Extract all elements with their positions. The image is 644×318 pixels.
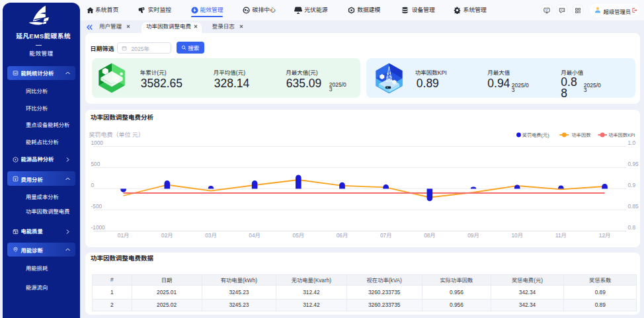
svg-text:1000: 1000 bbox=[91, 139, 103, 146]
svg-text:-1000: -1000 bbox=[91, 224, 105, 231]
svg-text:05月: 05月 bbox=[292, 232, 304, 239]
svg-text:11月: 11月 bbox=[555, 232, 566, 239]
svg-text:500: 500 bbox=[91, 161, 100, 167]
svg-text:功率因数KPI: 功率因数KPI bbox=[608, 132, 635, 138]
svg-text:03月: 03月 bbox=[205, 232, 217, 239]
svg-text:02月: 02月 bbox=[161, 232, 173, 239]
svg-text:1.0: 1.0 bbox=[627, 139, 635, 146]
svg-text:10月: 10月 bbox=[511, 232, 523, 239]
svg-text:06月: 06月 bbox=[336, 232, 348, 239]
svg-text:-500: -500 bbox=[91, 203, 102, 210]
svg-text:09月: 09月 bbox=[467, 232, 479, 239]
svg-text:08月: 08月 bbox=[424, 232, 436, 239]
svg-text:0.9: 0.9 bbox=[627, 182, 635, 188]
svg-text:0.85: 0.85 bbox=[627, 203, 639, 210]
svg-text:01月: 01月 bbox=[117, 232, 129, 239]
svg-text:0.8: 0.8 bbox=[627, 224, 635, 231]
svg-text:07月: 07月 bbox=[380, 232, 391, 239]
svg-text:0.95: 0.95 bbox=[627, 161, 639, 167]
svg-text:奖罚电费(元): 奖罚电费(元) bbox=[522, 132, 549, 138]
svg-text:奖罚电费（单位 元）: 奖罚电费（单位 元） bbox=[89, 132, 144, 138]
svg-text:12月: 12月 bbox=[598, 232, 610, 239]
svg-text:0: 0 bbox=[91, 182, 94, 188]
svg-text:04月: 04月 bbox=[249, 232, 261, 239]
svg-text:功率因数: 功率因数 bbox=[571, 132, 590, 138]
